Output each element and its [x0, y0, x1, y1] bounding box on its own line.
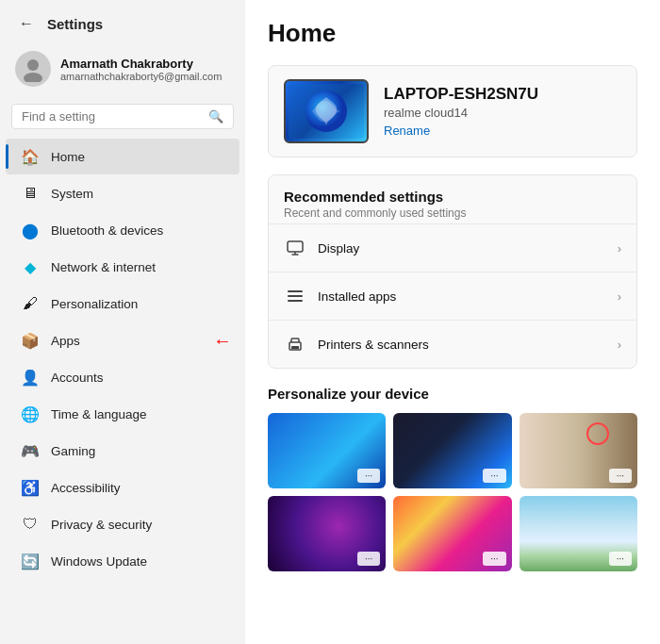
user-email: amarnathchakraborty6@gmail.com [60, 71, 222, 82]
system-icon: 🖥 [21, 184, 40, 203]
nav-label-personalization: Personalization [51, 297, 138, 311]
select-wallpaper-2[interactable]: ··· [483, 469, 505, 483]
device-card: LAPTOP-ESH2SN7U realme cloud14 Rename [268, 65, 637, 157]
svg-point-0 [27, 59, 39, 71]
avatar [15, 51, 51, 87]
installed-apps-label: Installed apps [318, 289, 396, 304]
nav-item[interactable]: ⬤ Bluetooth & devices [6, 212, 239, 248]
chevron-right-icon: › [618, 289, 621, 304]
personalization-icon: 🖌 [21, 294, 40, 313]
personalize-title: Personalize your device [268, 386, 637, 402]
chevron-right-icon: › [618, 241, 621, 256]
nav-label-home: Home [51, 150, 85, 164]
search-box[interactable]: 🔍 [11, 104, 234, 129]
nav-label-bluetooth: Bluetooth & devices [51, 223, 163, 238]
nav-label-privacy: Privacy & security [51, 518, 152, 532]
windows-logo [303, 88, 350, 135]
device-model: realme cloud14 [384, 106, 538, 120]
nav-item[interactable]: 👤 Accounts [6, 359, 239, 395]
printers-label: Printers & scanners [318, 338, 429, 352]
settings-item-display[interactable]: Display › [269, 223, 636, 272]
nav-item[interactable]: 🖌 Personalization [6, 286, 239, 322]
printer-icon [284, 333, 306, 355]
accounts-icon: 👤 [21, 368, 40, 387]
device-thumb-inner [289, 84, 364, 139]
wallpaper-grid: ··· ··· ··· ··· ··· ··· [268, 413, 637, 571]
nav-item[interactable]: 🌐 Time & language [6, 396, 239, 432]
bluetooth-icon: ⬤ [21, 221, 40, 239]
nav-item[interactable]: 📦 Apps ← [6, 322, 239, 358]
nav-label-update: Windows Update [51, 554, 147, 569]
settings-item-left: Display [284, 237, 359, 259]
svg-rect-5 [288, 295, 303, 297]
recommended-section: Recommended settings Recent and commonly… [268, 174, 637, 369]
svg-point-1 [24, 73, 42, 82]
select-wallpaper-1[interactable]: ··· [357, 469, 380, 483]
svg-rect-8 [291, 346, 299, 349]
installed-apps-icon [284, 285, 306, 307]
nav-label-time: Time & language [51, 407, 147, 421]
wallpaper-thumb-4[interactable]: ··· [268, 496, 386, 571]
nav-label-accessibility: Accessibility [51, 481, 121, 495]
page-title: Home [268, 19, 637, 48]
svg-rect-6 [288, 300, 303, 302]
nav-item[interactable]: 🔄 Windows Update [6, 543, 239, 579]
back-button[interactable]: ← [15, 13, 38, 34]
section-title: Recommended settings [284, 189, 621, 205]
nav-label-network: Network & internet [51, 260, 156, 274]
nav-label-gaming: Gaming [51, 444, 95, 458]
chevron-right-icon: › [618, 338, 621, 352]
nav-label-system: System [51, 187, 93, 201]
arrow-annotation: ← [213, 330, 232, 352]
device-thumbnail [284, 79, 369, 143]
gaming-icon: 🎮 [21, 441, 40, 460]
section-header: Recommended settings Recent and commonly… [269, 175, 636, 223]
privacy-icon: 🛡 [21, 515, 40, 534]
wallpaper-thumb-1[interactable]: ··· [268, 413, 386, 488]
device-info: LAPTOP-ESH2SN7U realme cloud14 Rename [384, 85, 538, 138]
select-wallpaper-6[interactable]: ··· [609, 552, 632, 566]
user-name: Amarnath Chakraborty [60, 57, 222, 71]
apps-icon: 📦 [21, 331, 40, 350]
svg-rect-4 [288, 290, 303, 292]
accessibility-icon: ♿ [21, 478, 40, 497]
nav-item[interactable]: 🎮 Gaming [6, 433, 239, 469]
svg-rect-3 [288, 241, 303, 252]
search-icon: 🔍 [208, 109, 223, 124]
sidebar-title: Settings [47, 16, 103, 32]
nav-label-apps: Apps [51, 334, 80, 348]
sidebar: ← Settings Amarnath Chakraborty amarnath… [0, 0, 245, 644]
settings-item-left: Installed apps [284, 285, 396, 307]
select-wallpaper-3[interactable]: ··· [609, 469, 632, 483]
nav-item[interactable]: 🏠 Home [6, 139, 239, 174]
settings-item-left: Printers & scanners [284, 333, 429, 355]
display-icon [284, 237, 306, 259]
nav-item[interactable]: 🖥 System [6, 175, 239, 211]
settings-item-printers[interactable]: Printers & scanners › [269, 320, 636, 368]
personalize-section: Personalize your device ··· ··· ··· ··· … [268, 386, 637, 571]
home-icon: 🏠 [21, 147, 40, 166]
search-input[interactable] [22, 109, 203, 124]
select-wallpaper-4[interactable]: ··· [357, 552, 380, 566]
user-info: Amarnath Chakraborty amarnathchakraborty… [60, 57, 222, 82]
settings-item-installedapps[interactable]: Installed apps › [269, 272, 636, 320]
network-icon: ◆ [21, 257, 40, 276]
nav-item[interactable]: ♿ Accessibility [6, 470, 239, 505]
device-name: LAPTOP-ESH2SN7U [384, 85, 538, 104]
nav-item[interactable]: ◆ Network & internet [6, 249, 239, 285]
wallpaper-thumb-2[interactable]: ··· [393, 413, 511, 488]
active-bar [6, 144, 8, 169]
user-profile[interactable]: Amarnath Chakraborty amarnathchakraborty… [0, 43, 245, 98]
select-wallpaper-5[interactable]: ··· [483, 552, 505, 566]
section-subtitle: Recent and commonly used settings [284, 206, 621, 220]
sidebar-header: ← Settings [0, 0, 245, 43]
update-icon: 🔄 [21, 552, 40, 570]
wallpaper-thumb-3[interactable]: ··· [520, 413, 637, 488]
rename-link[interactable]: Rename [384, 124, 538, 138]
nav-item[interactable]: 🛡 Privacy & security [6, 506, 239, 542]
time-icon: 🌐 [21, 405, 40, 423]
wallpaper-thumb-5[interactable]: ··· [393, 496, 511, 571]
nav-label-accounts: Accounts [51, 371, 104, 385]
main-content: Home [245, 0, 660, 644]
wallpaper-thumb-6[interactable]: ··· [520, 496, 637, 571]
